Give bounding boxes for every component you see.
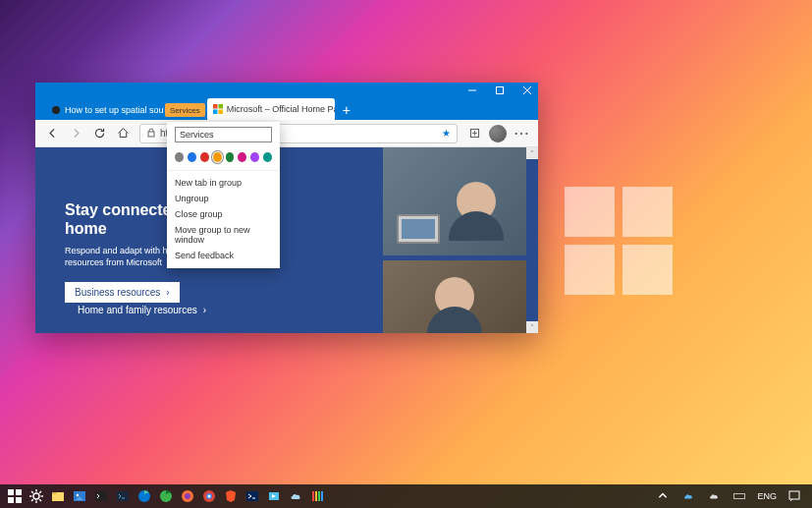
refresh-button[interactable] [88, 123, 110, 144]
svg-rect-15 [8, 497, 14, 503]
edge-dev-icon[interactable] [155, 485, 177, 507]
tab-group-label: Services [170, 106, 200, 115]
tab-label: Microsoft – Official Home Page [227, 104, 335, 114]
svg-rect-13 [8, 489, 14, 495]
tab-strip: How to set up spatial sound with × Servi… [35, 98, 538, 120]
new-tab-button[interactable]: + [335, 102, 358, 120]
favicon-icon [51, 105, 61, 115]
svg-rect-27 [52, 492, 57, 494]
close-button[interactable] [522, 85, 532, 95]
titlebar [35, 83, 538, 98]
svg-point-35 [185, 493, 190, 499]
svg-rect-16 [16, 497, 22, 503]
tab-group-chip[interactable]: Services [165, 103, 205, 117]
page-viewport: ˄ ˅ Stay connected at home Respond and a… [35, 147, 538, 333]
color-swatch-teal[interactable] [263, 152, 272, 162]
svg-rect-7 [213, 110, 218, 115]
hero-image-bottom [383, 260, 526, 333]
scroll-up-button[interactable]: ˄ [526, 147, 538, 159]
chevron-right-icon: › [166, 287, 169, 298]
color-swatch-green[interactable] [226, 152, 235, 162]
terminal-icon[interactable] [90, 485, 112, 507]
svg-line-23 [39, 499, 41, 501]
svg-rect-1 [497, 87, 504, 94]
scroll-down-button[interactable]: ˅ [526, 321, 538, 333]
svg-rect-45 [734, 493, 745, 498]
color-swatch-purple[interactable] [250, 152, 259, 162]
edge-icon[interactable] [134, 485, 155, 507]
menu-new-tab-in-group[interactable]: New tab in group [167, 175, 280, 191]
chrome-icon[interactable] [198, 485, 220, 507]
language-indicator[interactable]: ENG [757, 491, 777, 501]
svg-rect-49 [789, 491, 799, 499]
collections-button[interactable] [463, 123, 485, 144]
menu-send-feedback[interactable]: Send feedback [167, 248, 280, 263]
colorpicker-icon[interactable] [306, 485, 328, 507]
onedrive-icon[interactable] [285, 485, 306, 507]
maximize-button[interactable] [495, 85, 505, 95]
notifications-icon[interactable] [786, 485, 802, 507]
lock-icon [146, 128, 156, 140]
taskbar: ENG [0, 484, 812, 508]
color-swatch-red[interactable] [200, 152, 209, 162]
color-picker [167, 148, 280, 170]
favicon-icon [213, 104, 223, 114]
svg-rect-9 [148, 132, 154, 137]
home-family-link[interactable]: Home and family resources › [78, 305, 206, 315]
settings-icon[interactable] [26, 485, 47, 507]
svg-line-24 [39, 491, 41, 493]
svg-rect-30 [95, 491, 107, 501]
color-swatch-blue[interactable] [188, 152, 196, 162]
chevron-right-icon: › [203, 305, 206, 315]
movies-icon[interactable] [263, 485, 285, 507]
svg-point-29 [77, 494, 79, 496]
svg-line-22 [31, 491, 33, 493]
start-button[interactable] [4, 485, 26, 507]
file-explorer-icon[interactable] [47, 485, 69, 507]
cloud-tray-icon[interactable] [706, 485, 722, 507]
powershell-app-icon[interactable] [242, 485, 263, 507]
windows-logo [565, 187, 673, 295]
keyboard-tray-icon[interactable] [731, 485, 747, 507]
menu-move-group-new-window[interactable]: Move group to new window [167, 222, 280, 248]
color-swatch-pink[interactable] [238, 152, 246, 162]
tab-spatial-sound[interactable]: How to set up spatial sound with × [45, 100, 163, 120]
business-resources-button[interactable]: Business resources › [65, 282, 180, 303]
menu-close-group[interactable]: Close group [167, 206, 280, 222]
browser-window: How to set up spatial sound with × Servi… [35, 83, 538, 333]
svg-rect-5 [213, 104, 218, 109]
system-tray: ENG [655, 485, 808, 507]
home-button[interactable] [112, 123, 134, 144]
profile-button[interactable] [487, 123, 509, 144]
minimize-button[interactable] [467, 85, 477, 95]
firefox-icon[interactable] [177, 485, 198, 507]
back-button[interactable] [41, 123, 63, 144]
powershell-icon[interactable] [112, 485, 134, 507]
svg-rect-6 [218, 104, 223, 109]
onedrive-tray-icon[interactable] [680, 485, 696, 507]
separator [167, 170, 280, 171]
favorite-star-icon[interactable]: ★ [442, 128, 451, 139]
brave-icon[interactable] [220, 485, 242, 507]
svg-line-25 [31, 499, 33, 501]
tray-overflow-icon[interactable] [655, 485, 671, 507]
photos-icon[interactable] [69, 485, 90, 507]
forward-button[interactable] [65, 123, 86, 144]
color-swatch-grey[interactable] [175, 152, 184, 162]
svg-point-38 [208, 495, 211, 498]
svg-point-4 [52, 106, 60, 114]
svg-rect-8 [218, 110, 223, 115]
settings-menu-button[interactable]: ⋯ [511, 123, 532, 144]
svg-point-17 [33, 493, 39, 499]
tab-microsoft-home[interactable]: Microsoft – Official Home Page × [207, 98, 335, 120]
svg-rect-31 [117, 491, 129, 501]
link-label: Home and family resources [78, 305, 197, 315]
svg-rect-39 [246, 491, 258, 501]
button-label: Business resources [75, 287, 160, 298]
color-swatch-orange[interactable] [213, 152, 222, 162]
tab-group-context-menu: Services New tab in group Ungroup Close … [167, 122, 280, 268]
menu-ungroup[interactable]: Ungroup [167, 191, 280, 206]
hero-image-top [383, 147, 526, 255]
toolbar: https...us/ ★ ⋯ [35, 120, 538, 147]
group-name-input[interactable]: Services [175, 127, 272, 142]
